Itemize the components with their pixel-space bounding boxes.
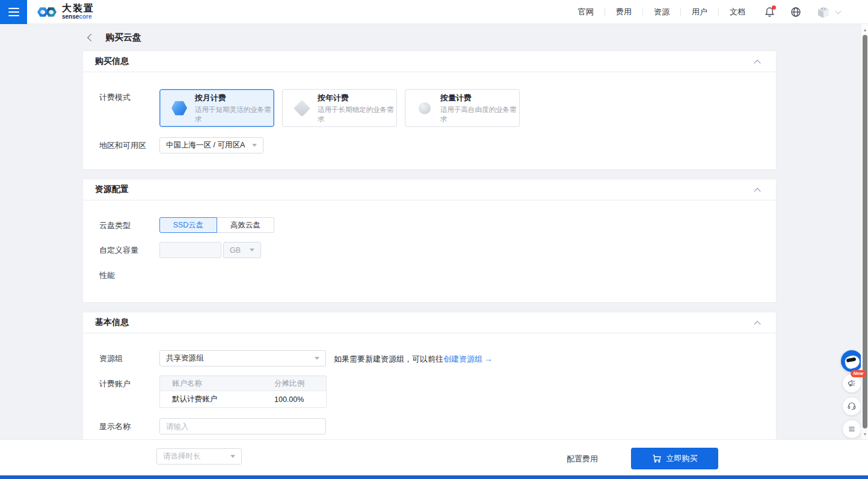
buy-now-button[interactable]: 立即购买 [631, 448, 718, 469]
section-basic-info: 基本信息 资源组 共享资源组 如果需要新建资源组，可以前往创建资源组 → [82, 312, 777, 439]
scrollbar-thumb[interactable] [863, 35, 867, 428]
nav-separator [680, 8, 681, 16]
caret-down-icon [252, 144, 257, 149]
config-cost-label: 配置费用 [567, 454, 598, 465]
billing-mode-label: 计费模式 [99, 89, 159, 102]
section-header: 资源配置 [83, 179, 776, 200]
billing-mode-card-monthly[interactable]: 按月计费 适用于短期灵活的业务需求 [159, 89, 274, 127]
resource-group-row: 资源组 共享资源组 如果需要新建资源组，可以前往创建资源组 → [99, 350, 764, 366]
billing-mode-card-payg[interactable]: 按量计费 适用于高自由度的业务需求 [405, 89, 520, 127]
section-header: 基本信息 [83, 312, 776, 333]
sensecore-logo-icon [36, 3, 58, 21]
list-lines-icon [847, 424, 857, 434]
resource-group-hint: 如果需要新建资源组，可以前往创建资源组 → [334, 350, 493, 365]
bottom-accent-strip [0, 475, 868, 479]
page-title-row: 购买云盘 [82, 24, 777, 51]
brand-subtitle: sensecore [62, 13, 94, 20]
section-header: 购买信息 [83, 51, 776, 72]
capacity-row: 自定义容量 GB [99, 242, 764, 258]
resource-group-value: 共享资源组 [166, 353, 204, 363]
nav-link-users[interactable]: 用户 [688, 7, 711, 17]
region-select-value: 中国上海一区 / 可用区A [166, 140, 245, 150]
disk-type-group: SSD云盘 高效云盘 [159, 217, 274, 233]
billing-account-table: 账户名称 分摊比例 默认计费账户 100.00% [159, 375, 327, 408]
cell-share-ratio: 100.00% [274, 395, 326, 404]
billing-mode-row: 计费模式 按月计费 适用于短期灵活的业务需求 [99, 89, 764, 127]
scroll-down-arrow[interactable]: ▼ [861, 431, 868, 438]
section-purchase-info: 购买信息 计费模式 按月计费 适用于短期灵活的业务需求 [82, 51, 777, 170]
nav-link-resources[interactable]: 资源 [650, 7, 673, 17]
billing-mode-card-yearly[interactable]: 按年计费 适用于长期稳定的业务需求 [282, 89, 397, 127]
scroll-up-arrow[interactable]: ▲ [861, 26, 868, 34]
table-row: 默认计费账户 100.00% [160, 391, 326, 407]
resource-group-label: 资源组 [99, 350, 159, 363]
create-resource-group-link[interactable]: 创建资源组 → [443, 354, 493, 363]
region-select[interactable]: 中国上海一区 / 可用区A [159, 137, 263, 153]
section-title: 购买信息 [95, 56, 129, 67]
brand-text: 大装置 sensecore [62, 4, 94, 20]
disk-type-label: 云盘类型 [99, 217, 159, 230]
page-title: 购买云盘 [105, 32, 141, 43]
mode-card-title: 按量计费 [440, 93, 519, 103]
notification-bell-icon[interactable] [765, 7, 775, 17]
user-avatar [816, 4, 831, 20]
region-label: 地区和可用区 [99, 137, 159, 150]
billing-mode-cards: 按月计费 适用于短期灵活的业务需求 按年计费 适用于长期稳定的业务需求 [159, 89, 520, 127]
buy-now-label: 立即购买 [666, 453, 698, 464]
nav-link-docs[interactable]: 文档 [726, 7, 749, 17]
capacity-unit-value: GB [230, 246, 241, 255]
duration-select[interactable]: 请选择时长 [156, 448, 242, 465]
section-resource-config: 资源配置 云盘类型 SSD云盘 高效云盘 自定义容量 [82, 179, 777, 303]
feedback-button[interactable] [842, 419, 861, 439]
display-name-input[interactable] [159, 418, 326, 434]
table-header-row: 账户名称 分摊比例 [160, 376, 326, 391]
column-header-account-name: 账户名称 [160, 379, 274, 389]
nav-link-official-site[interactable]: 官网 [574, 7, 597, 17]
display-name-label: 显示名称 [99, 418, 159, 431]
duration-placeholder: 请选择时长 [163, 451, 201, 462]
top-navbar: 大装置 sensecore 官网 费用 资源 用户 文档 [0, 0, 868, 24]
yearly-billing-icon [294, 99, 310, 116]
headset-icon [847, 401, 857, 411]
brand-title: 大装置 [62, 4, 94, 13]
language-globe-icon[interactable] [790, 7, 801, 17]
back-button[interactable] [87, 34, 95, 42]
nav-link-billing[interactable]: 费用 [612, 7, 635, 17]
nav-separator [718, 8, 719, 16]
caret-down-icon [230, 455, 235, 460]
collapse-chevron-up-icon[interactable] [754, 188, 760, 194]
column-header-share-ratio: 分摊比例 [274, 379, 326, 389]
cell-account-name: 默认计费账户 [160, 394, 274, 404]
display-name-row: 显示名称 [99, 418, 764, 434]
billing-account-row: 计费账户 账户名称 分摊比例 默认计费账户 100.00% [99, 375, 764, 408]
screen: 大装置 sensecore 官网 费用 资源 用户 文档 [0, 0, 868, 479]
caret-down-icon [315, 357, 319, 362]
brand-logo[interactable]: 大装置 sensecore [36, 3, 94, 21]
chevron-down-icon [836, 8, 842, 14]
support-button[interactable] [842, 397, 861, 416]
mode-card-desc: 适用于长期稳定的业务需求 [318, 105, 396, 124]
user-menu[interactable] [816, 4, 840, 20]
navbar-right: 官网 费用 资源 用户 文档 [574, 4, 868, 20]
capacity-input[interactable] [160, 243, 221, 258]
mode-card-title: 按月计费 [195, 93, 274, 103]
capacity-unit-select[interactable]: GB [223, 242, 261, 258]
nav-separator [605, 8, 605, 16]
disk-type-ssd-button[interactable]: SSD云盘 [159, 217, 217, 233]
mode-card-title: 按年计费 [318, 93, 396, 103]
collapse-chevron-up-icon[interactable] [754, 321, 760, 327]
assistant-mascot-button[interactable] [841, 350, 863, 372]
resource-group-select[interactable]: 共享资源组 [159, 350, 326, 366]
nav-separator [642, 8, 643, 16]
billing-account-label: 计费账户 [99, 375, 159, 389]
hamburger-menu-button[interactable] [0, 0, 27, 24]
payg-billing-icon [419, 102, 431, 114]
disk-type-hdd-button[interactable]: 高效云盘 [217, 217, 274, 233]
collapse-chevron-up-icon[interactable] [754, 60, 760, 66]
capacity-label: 自定义容量 [99, 242, 159, 255]
shopping-cart-icon [652, 454, 662, 463]
megaphone-icon [847, 379, 857, 388]
mode-card-desc: 适用于短期灵活的业务需求 [195, 105, 274, 124]
mode-card-desc: 适用于高自由度的业务需求 [440, 105, 519, 124]
section-title: 基本信息 [95, 317, 129, 328]
